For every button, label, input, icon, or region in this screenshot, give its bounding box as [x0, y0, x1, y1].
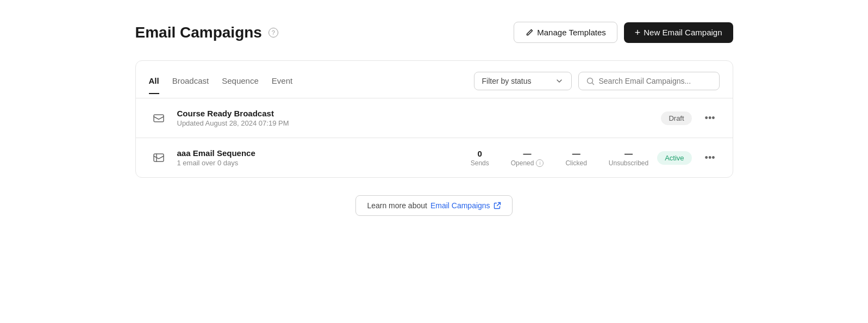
stat-opened-value: — — [511, 149, 544, 158]
stat-opened-label: Opened i — [511, 159, 544, 167]
campaign-row: Course Ready Broadcast Updated August 28… — [136, 98, 733, 138]
stat-sends: 0 Sends — [471, 149, 489, 167]
info-icon[interactable]: ? — [268, 28, 278, 38]
page-title: Email Campaigns — [135, 24, 262, 41]
more-options-button[interactable]: ••• — [701, 110, 720, 126]
header-actions: Manage Templates + New Email Campaign — [514, 22, 733, 43]
campaign-info: aaa Email Sequence 1 email over 0 days — [177, 148, 462, 167]
status-badge: Active — [657, 151, 691, 165]
campaign-row: aaa Email Sequence 1 email over 0 days 0… — [136, 138, 733, 177]
stat-unsubscribed-value: — — [609, 149, 648, 158]
more-options-button[interactable]: ••• — [701, 150, 720, 166]
stat-opened: — Opened i — [511, 149, 544, 167]
filter-status-dropdown[interactable]: Filter by status — [474, 72, 572, 90]
filters: Filter by status — [474, 72, 720, 98]
stat-sends-label: Sends — [471, 159, 489, 167]
external-link-icon — [494, 202, 501, 209]
svg-rect-1 — [154, 115, 164, 122]
tabs: All Broadcast Sequence Event — [149, 76, 293, 94]
status-badge: Draft — [661, 111, 691, 125]
stat-clicked-value: — — [565, 149, 586, 158]
ellipsis-icon: ••• — [705, 152, 715, 164]
sequence-icon — [149, 148, 168, 167]
campaign-meta: 1 email over 0 days — [177, 159, 462, 167]
tabs-bar: All Broadcast Sequence Event Filter by s… — [136, 61, 733, 98]
tab-all[interactable]: All — [149, 76, 159, 94]
learn-more-section: Learn more about Email Campaigns — [135, 195, 733, 216]
header-left: Email Campaigns ? — [135, 24, 278, 41]
manage-templates-button[interactable]: Manage Templates — [514, 22, 617, 43]
campaign-info: Course Ready Broadcast Updated August 28… — [177, 109, 653, 127]
learn-more-button[interactable]: Learn more about Email Campaigns — [355, 195, 512, 216]
stat-clicked: — Clicked — [565, 149, 586, 167]
search-box — [578, 72, 720, 90]
campaign-name: Course Ready Broadcast — [177, 109, 653, 118]
campaigns-card: All Broadcast Sequence Event Filter by s… — [135, 60, 733, 178]
campaign-name: aaa Email Sequence — [177, 148, 462, 158]
tab-event[interactable]: Event — [272, 76, 292, 94]
stat-unsubscribed-label: Unsubscribed — [609, 159, 648, 167]
plus-icon: + — [635, 28, 641, 38]
ellipsis-icon: ••• — [705, 113, 715, 124]
tab-sequence[interactable]: Sequence — [222, 76, 259, 94]
chevron-down-icon — [555, 77, 564, 85]
pencil-icon — [525, 28, 534, 37]
new-email-campaign-button[interactable]: + New Email Campaign — [624, 22, 733, 43]
campaign-meta: Updated August 28, 2024 07:19 PM — [177, 119, 653, 127]
search-icon — [586, 77, 595, 85]
search-input[interactable] — [599, 77, 711, 85]
learn-more-link-text: Email Campaigns — [430, 201, 490, 210]
campaign-stats: 0 Sends — Opened i — Clicked — [471, 149, 648, 167]
learn-more-prefix: Learn more about — [367, 201, 427, 210]
tab-broadcast[interactable]: Broadcast — [172, 76, 209, 94]
stat-clicked-label: Clicked — [565, 159, 586, 167]
svg-rect-2 — [154, 154, 164, 162]
opened-info-icon[interactable]: i — [536, 159, 544, 167]
stat-sends-value: 0 — [471, 149, 489, 158]
broadcast-icon — [149, 108, 168, 128]
stat-unsubscribed: — Unsubscribed — [609, 149, 648, 167]
page-header: Email Campaigns ? Manage Templates + New… — [135, 22, 733, 43]
